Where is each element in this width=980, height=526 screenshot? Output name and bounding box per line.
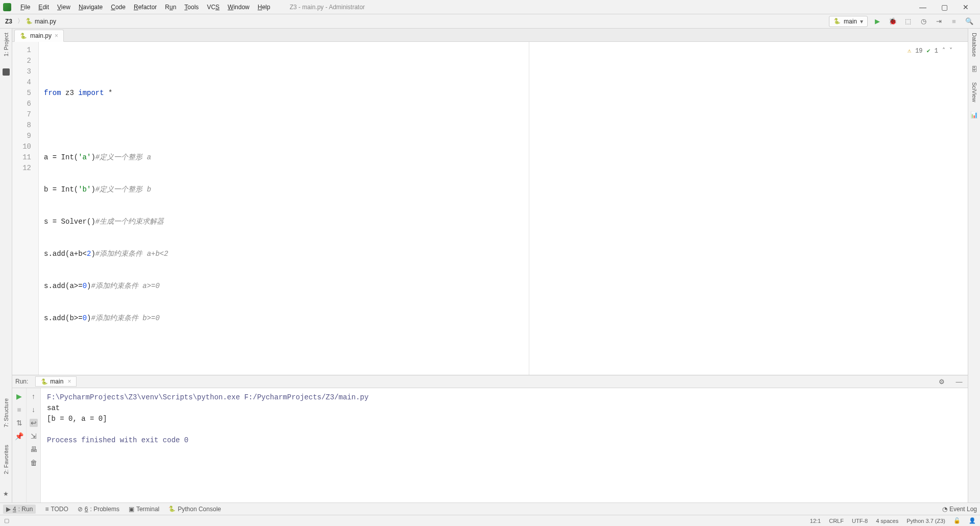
close-icon[interactable]: × xyxy=(67,378,71,385)
bottom-tab-event-log[interactable]: ◔Event Log xyxy=(942,506,977,513)
bottom-tab-terminal[interactable]: ▣Terminal xyxy=(129,506,159,513)
line-number: 10 xyxy=(12,141,31,152)
stop-button[interactable]: ■ xyxy=(948,17,960,25)
run-tab-label: main xyxy=(50,378,63,385)
navbar: Z3 〉 🐍 main.py 🐍 main ▾ ▶ 🐞 ⬚ ◷ ⇥ ■ 🔍 xyxy=(0,14,980,29)
editor-tab-name: main.py xyxy=(30,32,52,39)
tab-favorites[interactable]: 2: Favorites xyxy=(3,444,9,475)
status-interpreter[interactable]: Python 3.7 (Z3) xyxy=(906,518,945,524)
menu-run[interactable]: Run xyxy=(161,2,180,12)
pin-icon[interactable]: 📌 xyxy=(15,432,23,440)
event-log-icon: ◔ xyxy=(942,506,947,513)
status-indent[interactable]: 4 spaces xyxy=(876,518,898,524)
bottom-tab-todo[interactable]: ≡TODO xyxy=(45,506,68,513)
readonly-icon[interactable]: 🔓 xyxy=(953,517,961,524)
down-icon[interactable]: ↓ xyxy=(30,405,38,414)
code-token: s.add(a>= xyxy=(44,282,83,290)
code-token: 'a' xyxy=(78,153,91,161)
hector-icon[interactable]: 👤 xyxy=(969,517,976,524)
code-token: #定义一个整形 b xyxy=(95,185,151,194)
menu-navigate[interactable]: Navigate xyxy=(75,2,107,12)
bottom-tab-problems[interactable]: ⊘6: Problems xyxy=(78,506,119,513)
todo-icon: ≡ xyxy=(45,506,48,513)
editor-scroll[interactable]: 1 2 3 4 5 6 7 8 9 10 11 12 ⚠19 ✔1 ˄ ˅ xyxy=(12,42,968,375)
run-body: ▶ ■ ⇅ 📌 ↑ ↓ ↩ ⇲ 🖶 🗑 F:\PycharmProjects\Z… xyxy=(12,388,968,503)
python-icon: 🐍 xyxy=(41,378,48,385)
console-line: sat xyxy=(47,404,60,412)
run-tab[interactable]: 🐍 main × xyxy=(35,376,77,387)
editor-tab[interactable]: 🐍 main.py × xyxy=(14,30,64,42)
code-token: ) xyxy=(91,153,95,161)
breadcrumb-file[interactable]: main.py xyxy=(35,18,56,25)
menu-file[interactable]: File xyxy=(16,2,34,12)
hide-icon[interactable]: — xyxy=(953,378,965,386)
attach-button[interactable]: ⇥ xyxy=(933,17,944,25)
menu-edit[interactable]: Edit xyxy=(34,2,53,12)
chevron-right-icon: 〉 xyxy=(17,17,23,26)
close-icon[interactable]: ✕ xyxy=(959,3,973,11)
status-encoding[interactable]: UTF-8 xyxy=(852,518,868,524)
run-toolbar-left2: ↑ ↓ ↩ ⇲ 🖶 🗑 xyxy=(27,388,41,503)
console-output[interactable]: F:\PycharmProjects\Z3\venv\Scripts\pytho… xyxy=(41,388,968,503)
breadcrumb-project[interactable]: Z3 xyxy=(5,18,12,25)
menu-view[interactable]: View xyxy=(53,2,75,12)
code-token: #添加约束条件 a>=0 xyxy=(91,282,159,290)
run-config-selector[interactable]: 🐍 main ▾ xyxy=(829,16,868,27)
next-hint-icon[interactable]: ˅ xyxy=(949,46,952,57)
code-token: 0 xyxy=(83,282,87,290)
settings-icon[interactable]: ⚙ xyxy=(936,378,947,386)
problems-icon: ⊘ xyxy=(78,506,83,513)
debug-button[interactable]: 🐞 xyxy=(887,17,898,25)
bottom-tab-python-console[interactable]: 🐍Python Console xyxy=(168,506,221,513)
line-number: 6 xyxy=(12,99,31,109)
trash-icon[interactable]: 🗑 xyxy=(30,459,38,467)
menu-window[interactable]: Window xyxy=(224,2,254,12)
ide-status-icon[interactable]: ▢ xyxy=(4,517,9,524)
python-file-icon: 🐍 xyxy=(20,32,27,39)
status-position[interactable]: 12:1 xyxy=(810,518,821,524)
tab-project[interactable]: 1: Project xyxy=(3,32,9,57)
run-button[interactable]: ▶ xyxy=(872,17,883,25)
menu-tools[interactable]: Tools xyxy=(180,2,203,12)
code-editor[interactable]: ⚠19 ✔1 ˄ ˅ from z3 import * a = Int('a')… xyxy=(39,42,968,375)
tab-database[interactable]: Database xyxy=(971,32,977,58)
line-number: 1 xyxy=(12,45,31,56)
left-tool-gutter: 1: Project 7: Structure 2: Favorites ★ xyxy=(0,29,12,503)
line-number: 3 xyxy=(12,66,31,77)
menu-vcs[interactable]: VCS xyxy=(203,2,224,12)
code-token: s.add(b>= xyxy=(44,314,83,322)
terminal-icon: ▣ xyxy=(129,506,134,513)
search-button[interactable]: 🔍 xyxy=(964,17,975,25)
bottom-tab-run[interactable]: ▶4: Run xyxy=(3,505,36,514)
menubar: File Edit View Navigate Code Refactor Ru… xyxy=(0,0,980,14)
ok-count: 1 xyxy=(935,46,938,57)
minimize-icon[interactable]: — xyxy=(916,3,930,11)
close-tab-icon[interactable]: × xyxy=(55,32,58,39)
project-icon[interactable] xyxy=(3,68,10,76)
coverage-button[interactable]: ⬚ xyxy=(902,17,914,25)
run-icon: ▶ xyxy=(6,506,11,513)
up-icon[interactable]: ↑ xyxy=(30,392,38,400)
scroll-end-icon[interactable]: ⇲ xyxy=(30,432,38,440)
menu-code[interactable]: Code xyxy=(107,2,130,12)
run-panel: Run: 🐍 main × ⚙ — ▶ ■ ⇅ 📌 xyxy=(12,375,968,503)
print-icon[interactable]: 🖶 xyxy=(30,445,38,453)
stop-icon[interactable]: ■ xyxy=(15,405,23,414)
maximize-icon[interactable]: ▢ xyxy=(937,3,951,11)
menu-help[interactable]: Help xyxy=(254,2,275,12)
softwrap-icon[interactable]: ↩ xyxy=(30,419,38,427)
menu-refactor[interactable]: Refactor xyxy=(130,2,161,12)
inspection-hints[interactable]: ⚠19 ✔1 ˄ ˅ xyxy=(908,46,952,57)
layout-icon[interactable]: ⇅ xyxy=(15,419,23,427)
status-line-separator[interactable]: CRLF xyxy=(829,518,844,524)
code-token: z3 xyxy=(65,89,74,97)
rerun-icon[interactable]: ▶ xyxy=(15,392,23,400)
tab-structure[interactable]: 7: Structure xyxy=(3,397,9,428)
console-line: F:\PycharmProjects\Z3\venv\Scripts\pytho… xyxy=(47,393,369,401)
code-token: #添加约束条件 a+b<2 xyxy=(95,250,168,258)
tab-sciview[interactable]: SciView xyxy=(971,81,977,103)
prev-hint-icon[interactable]: ˄ xyxy=(942,46,945,57)
chevron-down-icon: ▾ xyxy=(860,18,863,25)
profile-button[interactable]: ◷ xyxy=(918,17,929,25)
database-icon: 🗄 xyxy=(971,66,977,73)
